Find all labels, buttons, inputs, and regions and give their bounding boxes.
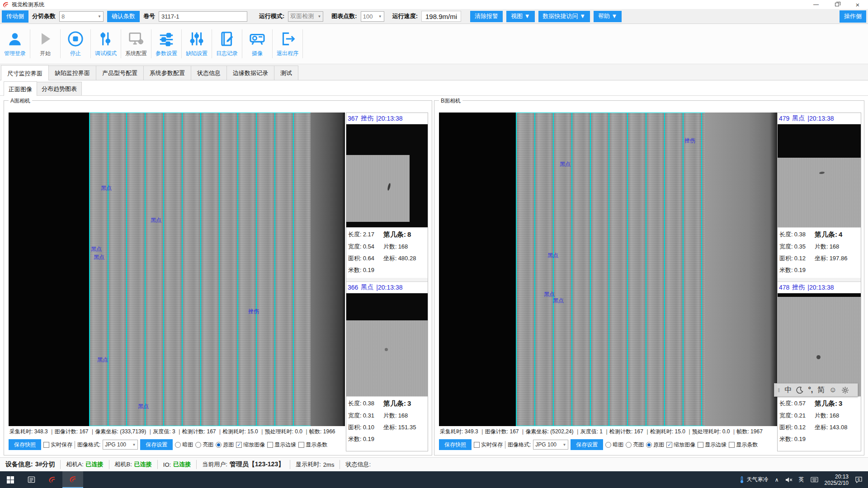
show-edge-checkbox[interactable]: 显示边缘 [698,441,726,449]
radio-icon [605,442,611,448]
clock-widget[interactable]: 20:13 2025/2/10 [821,471,852,488]
stat-empty [383,435,426,443]
defect-card-header: 479 黑点 |20:13:38 [778,113,861,124]
data-quick-access-button[interactable]: 数据快捷访问 ▼ [538,11,590,22]
save-settings-button[interactable]: 保存设置 [571,439,603,450]
camera-a-connection-segment: 相机A: 已连接 [61,460,109,469]
bright-image-radio[interactable]: 亮图 [626,441,644,449]
exit-program-button[interactable]: 退出程序 [273,24,302,64]
save-settings-button[interactable]: 保存设置 [140,439,173,450]
stat-value: 0.19 [794,436,806,442]
gear-icon[interactable] [841,386,849,394]
system-config-button[interactable]: 系统配置 [121,24,151,64]
log-record-button[interactable]: 日志记录 [212,24,242,64]
slit-count-select[interactable]: 8 ▼ [59,11,104,22]
realtime-save-checkbox[interactable]: 实时保存 [474,441,503,449]
touch-keyboard-button[interactable] [807,471,821,488]
restore-button[interactable] [826,0,847,9]
tab-system-params[interactable]: 系统参数配置 [143,66,191,80]
action-center-button[interactable]: 6 [852,471,868,488]
run-mode-select[interactable]: 双面检测 ▼ [288,11,323,22]
ime-language-button[interactable]: 英 [796,471,807,488]
camera-b-controls: 保存快照 实时保存 图像格式: JPG 100 ▼ 保存设置 暗图 亮图 原图 … [439,438,775,451]
show-count-checkbox[interactable]: 显示条数 [729,441,758,449]
moon-icon[interactable] [796,386,803,394]
subtab-trend-chart[interactable]: 分布趋势图表 [37,82,82,95]
tab-size-monitor[interactable]: 尺寸监控界面 [1,65,49,80]
radio-icon [646,442,652,448]
tab-product-model[interactable]: 产品型号配置 [96,66,144,80]
checkbox-label: 显示边缘 [705,441,726,449]
drive-side-button[interactable]: 传动侧 [2,10,28,23]
save-snapshot-button[interactable]: 保存快照 [439,439,472,450]
show-count-checkbox[interactable]: 显示条数 [298,441,327,449]
running-app-button[interactable] [62,471,83,488]
confirm-count-button[interactable]: 确认条数 [107,11,140,22]
defect-no: 479 [779,115,789,122]
show-edge-checkbox[interactable]: 显示边缘 [267,441,296,449]
tab-test[interactable]: 测试 [274,66,298,80]
roll-number-input[interactable]: 3117-1 [159,11,247,22]
hidden-icons-button[interactable]: ∧ [772,471,782,488]
camera-a-image[interactable]: 黑点黑点黑点黑点挫伤黑点黑点 [9,113,345,426]
admin-login-button[interactable]: 管理登录 [0,24,30,64]
defect-card[interactable]: 366 黑点 |20:13:38 长度:0.38 第几条:3 宽度:0.31 片… [346,282,428,447]
image-format-select[interactable]: JPG 100 ▼ [533,440,568,450]
subtab-front-image[interactable]: 正面图像 [4,81,37,96]
check-mark: ✓ [667,442,671,448]
minimize-button[interactable]: — [806,0,826,9]
start-button[interactable] [0,471,21,488]
bright-image-radio[interactable]: 亮图 [195,441,213,449]
stop-button[interactable]: 停止 [61,24,90,64]
start-button[interactable]: 开始 [30,24,60,64]
stat-label: 长度: [348,231,362,238]
simplified-chinese-button[interactable]: 简 [817,385,825,395]
format-value: JPG 100 [105,441,126,448]
capture-button[interactable]: 摄像 [242,24,272,64]
zoom-image-checkbox[interactable]: ✓ 缩放图像 [666,441,695,449]
defect-card[interactable]: 367 挫伤 |20:13:38 长度:2.17 第几条:8 宽度:0.54 片… [346,113,428,278]
stat-value: 0.21 [794,412,806,419]
zoom-image-checkbox[interactable]: ✓ 缩放图像 [236,441,265,449]
checkbox-label: 缩放图像 [243,441,265,449]
chevron-down-icon: ▼ [95,14,101,19]
dark-image-radio[interactable]: 暗图 [605,441,623,449]
original-image-radio[interactable]: 原图 [646,441,664,449]
punctuation-mode-button[interactable]: °, [808,386,813,394]
tab-defect-monitor[interactable]: 缺陷监控界面 [48,66,96,80]
volume-button[interactable] [782,471,796,488]
defect-card[interactable]: 478 挫伤 |20:13:38 长度:0.57 第几条:3 宽度:0.21 片… [778,282,861,447]
emoji-button[interactable]: ☺ [829,386,836,394]
operate-side-button[interactable]: 操作侧 [840,10,866,23]
stat-value: 0.35 [794,243,806,250]
original-image-radio[interactable]: 原图 [216,441,234,449]
chart-points-select[interactable]: 100 ▼ [361,11,384,22]
defect-stats: 长度:0.38 第几条:4 宽度:0.35 片数:168 面积:0.12 坐标:… [778,228,861,278]
drag-handle-icon[interactable]: ‖ [778,387,780,394]
defect-settings-button[interactable]: 缺陷设置 [182,24,212,64]
foil-surface [778,158,861,227]
image-format-select[interactable]: JPG 100 ▼ [103,440,138,450]
realtime-save-checkbox[interactable]: 实时保存 [43,441,72,449]
debug-mode-button[interactable]: 调试模式 [91,24,121,64]
camera-b-image[interactable]: 挫伤黑点黑点黑点黑点 [439,113,777,426]
ime-mode-button[interactable]: 中 [784,385,792,395]
close-button[interactable]: × [847,0,868,9]
defect-card[interactable]: 479 黑点 |20:13:38 长度:0.38 第几条:4 宽度:0.35 片… [778,113,861,278]
param-settings-button[interactable]: 参数设置 [151,24,181,64]
dark-image-radio[interactable]: 暗图 [175,441,193,449]
debug-mode-icon [97,30,114,47]
pinned-app-button[interactable] [42,471,62,488]
clear-alarm-button[interactable]: 清除报警 [470,11,503,22]
view-menu-button[interactable]: 视图 ▼ [506,11,534,22]
tab-status-info[interactable]: 状态信息 [191,66,227,80]
weather-widget[interactable]: 天气寒冷 [736,471,772,488]
stat-value: 0.38 [363,400,374,407]
tab-edge-data[interactable]: 边缘数据记录 [226,66,274,80]
defect-type: 黑点 [361,283,373,291]
io-connection-status: 已连接 [173,460,191,469]
save-snapshot-button[interactable]: 保存快照 [9,439,41,450]
help-menu-button[interactable]: 帮助 ▼ [594,11,622,22]
task-view-button[interactable] [21,471,42,488]
camera-a-group: A面相机 黑点黑点黑点黑点挫伤黑点黑点 367 挫伤 |20:13:38 长度:… [4,100,432,455]
